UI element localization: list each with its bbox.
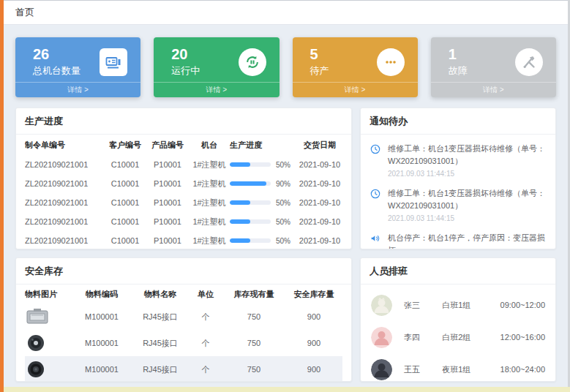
card-main: 1 故障 — [431, 37, 556, 82]
stat-card-pending[interactable]: 5 待产 详情 > — [293, 37, 418, 97]
unit: 个 — [189, 338, 222, 349]
safety-qty: 900 — [285, 365, 342, 374]
notice-item[interactable]: 维修工单：机台1变压器损坏待维修（单号：WX202109031001） 2021… — [370, 182, 547, 227]
progress-fill — [230, 219, 250, 224]
production-row[interactable]: ZL202109021001 C10001 P10001 1#注塑机 50% 2… — [25, 193, 342, 212]
progress-label: 50% — [276, 161, 290, 169]
card-text: 1 故障 — [449, 46, 468, 78]
on-hand-qty: 750 — [222, 365, 285, 374]
progress-fill — [230, 238, 250, 243]
stat-card-running[interactable]: 20 运行中 详情 > — [154, 37, 279, 97]
progress-cell: 50% — [230, 218, 297, 226]
inventory-row[interactable]: M100001 RJ45接口 个 750 900 — [25, 304, 342, 330]
detail-link[interactable]: 详情 > — [154, 82, 279, 97]
column-header: 生产进度 — [230, 140, 297, 151]
column-header: 库存现有量 — [222, 289, 285, 300]
tools-icon — [515, 48, 543, 76]
progress-cell: 50% — [230, 199, 297, 207]
safety-qty: 900 — [285, 312, 342, 321]
card-text: 5 待产 — [310, 46, 329, 78]
column-header: 安全库存量 — [285, 289, 342, 300]
notice-item[interactable]: 机台停产：机台1停产，停产原因：变压器损坏 — [370, 227, 547, 249]
inventory-row[interactable]: M100001 RJ45接口 个 750 900 — [25, 356, 342, 382]
tab-home[interactable]: 首页 — [15, 6, 34, 19]
schedule-row[interactable]: 张三 白班1组 09:00~12:00 — [371, 289, 545, 321]
notice-body: 机台停产：机台1停产，停产原因：变压器损坏 — [388, 232, 547, 249]
schedule-list: 张三 白班1组 09:00~12:00 李四 白班2组 12:00~16:00 — [361, 284, 555, 382]
safety-stock-panel: 安全库存 物料图片 物料编码 物料名称 单位 库存现有量 安全库存量 — [15, 257, 352, 382]
stat-card-fault[interactable]: 1 故障 详情 > — [431, 37, 556, 97]
progress-fill — [230, 181, 266, 186]
clock-icon — [370, 143, 382, 178]
delivery-date: 2021-09-10 — [297, 179, 342, 188]
panel-title: 人员排班 — [361, 258, 555, 284]
stat-value: 5 — [310, 46, 329, 62]
personnel-schedule-panel: 人员排班 张三 白班1组 09:00~12:00 李四 白班2组 1 — [360, 257, 556, 382]
inventory-row[interactable]: M100001 RJ45接口 个 750 900 — [25, 330, 342, 356]
product-no: P10001 — [146, 217, 189, 226]
order-no: ZL202109021001 — [25, 198, 104, 207]
product-no: P10001 — [146, 198, 189, 207]
running-icon — [239, 48, 266, 76]
machine: 1#注塑机 — [189, 197, 230, 208]
material-name: RJ45接口 — [132, 312, 189, 323]
notice-item[interactable]: 维修工单：机台1变压器损坏待维修（单号：WX202109031001） 2021… — [370, 137, 547, 182]
person-name: 李四 — [404, 332, 442, 343]
machine-icon — [100, 48, 127, 76]
column-header: 机台 — [189, 140, 230, 151]
production-row[interactable]: ZL202109021001 C10001 P10001 1#注塑机 50% 2… — [25, 212, 342, 231]
notice-body: 维修工单：机台1变压器损坏待维修（单号：WX202109031001） 2021… — [388, 187, 547, 222]
stat-value: 20 — [171, 46, 200, 62]
shift-time: 09:00~12:00 — [500, 301, 545, 309]
card-main: 20 运行中 — [154, 37, 279, 82]
round-connector-image — [25, 333, 72, 353]
machine: 1#注塑机 — [189, 216, 230, 227]
column-header: 制令单编号 — [25, 140, 104, 151]
progress-label: 90% — [276, 180, 290, 188]
product-no: P10001 — [146, 236, 189, 245]
production-row[interactable]: ZL202109021001 C10001 P10001 1#注塑机 50% 2… — [25, 155, 342, 174]
panel-title: 安全库存 — [16, 258, 351, 284]
product-no: P10001 — [146, 160, 189, 169]
detail-link[interactable]: 详情 > — [15, 82, 140, 97]
progress-fill — [230, 162, 250, 167]
person-name: 王五 — [404, 364, 442, 375]
inventory-table: 物料图片 物料编码 物料名称 单位 库存现有量 安全库存量 — [16, 284, 351, 382]
notifications-panel: 通知待办 维修工单：机台1变压器损坏待维修（单号：WX202109031001）… — [360, 108, 556, 249]
detail-link[interactable]: 详情 > — [293, 82, 418, 97]
order-no: ZL202109021001 — [25, 217, 104, 226]
customer-no: C10001 — [104, 160, 146, 169]
card-text: 20 运行中 — [171, 46, 200, 78]
progress-cell: 50% — [230, 161, 297, 169]
card-main: 5 待产 — [293, 37, 418, 82]
stat-card-total-machines[interactable]: 26 总机台数量 详情 > — [15, 37, 140, 97]
progress-cell: 50% — [230, 237, 297, 245]
column-header: 物料图片 — [25, 289, 72, 300]
shift-label: 夜班1组 — [442, 364, 500, 375]
notice-list: 维修工单：机台1变压器损坏待维修（单号：WX202109031001） 2021… — [361, 135, 555, 249]
on-hand-qty: 750 — [222, 339, 285, 347]
safety-qty: 900 — [285, 339, 342, 347]
notice-time: 2021.09.03 11:44:15 — [388, 214, 547, 222]
customer-no: C10001 — [104, 217, 146, 226]
customer-no: C10001 — [104, 198, 146, 207]
delivery-date: 2021-09-10 — [297, 236, 342, 245]
progress-bar — [230, 200, 271, 205]
notice-text: 机台停产：机台1停产，停产原因：变压器损坏 — [388, 232, 547, 249]
schedule-row[interactable]: 李四 白班2组 12:00~16:00 — [371, 321, 545, 353]
notice-time: 2021.09.03 11:44:15 — [388, 170, 547, 178]
shift-label: 白班2组 — [442, 332, 500, 343]
panel-title: 通知待办 — [361, 108, 555, 135]
schedule-row[interactable]: 王五 夜班1组 18:00~24:00 — [371, 353, 545, 382]
bottom-edge-strip — [4, 387, 570, 392]
machine: 1#注塑机 — [189, 178, 230, 189]
material-code: M100001 — [72, 365, 132, 374]
delivery-date: 2021-09-10 — [297, 198, 342, 207]
column-header: 产品编号 — [146, 140, 189, 151]
detail-link[interactable]: 详情 > — [431, 82, 556, 97]
stat-cards-row: 26 总机台数量 详情 > 20 — [15, 37, 556, 97]
avatar — [371, 295, 392, 316]
production-row[interactable]: ZL202109021001 C10001 P10001 1#注塑机 90% 2… — [25, 174, 342, 193]
production-row[interactable]: ZL202109021001 C10001 P10001 1#注塑机 50% 2… — [25, 231, 342, 249]
avatar — [371, 327, 392, 348]
